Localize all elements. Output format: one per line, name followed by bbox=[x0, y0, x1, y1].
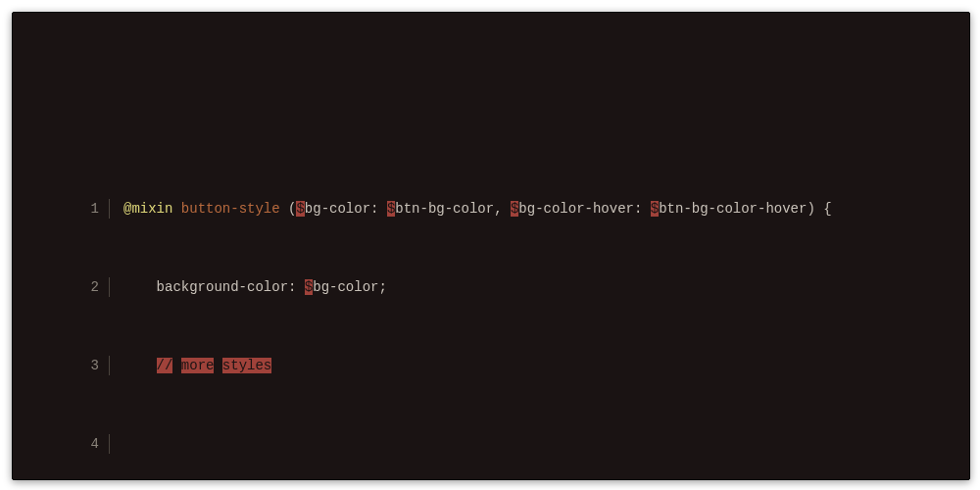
keyword-mixin: @mixin bbox=[123, 201, 172, 217]
line-number: 2 bbox=[72, 277, 110, 297]
code-line: 2 background-color: $bg-color; bbox=[72, 277, 832, 297]
line-number: 1 bbox=[72, 199, 110, 219]
code-line: 3 // more styles bbox=[72, 356, 832, 375]
highlight: $ bbox=[305, 279, 313, 295]
mixin-name: button-style bbox=[172, 201, 288, 217]
highlight: $ bbox=[296, 201, 304, 217]
line-number: 4 bbox=[72, 434, 110, 454]
highlight: more bbox=[181, 358, 215, 373]
code-line: 4 bbox=[72, 434, 832, 454]
code-block: 1@mixin button-style ($bg-color: $btn-bg… bbox=[72, 140, 832, 480]
css-property: background-color: bbox=[157, 279, 305, 295]
highlight: // bbox=[157, 358, 173, 373]
editor-frame: 1@mixin button-style ($bg-color: $btn-bg… bbox=[12, 12, 970, 480]
line-number: 3 bbox=[72, 356, 110, 375]
highlight: $ bbox=[651, 201, 659, 217]
highlight: styles bbox=[222, 358, 271, 373]
code-line: 1@mixin button-style ($bg-color: $btn-bg… bbox=[72, 199, 832, 219]
